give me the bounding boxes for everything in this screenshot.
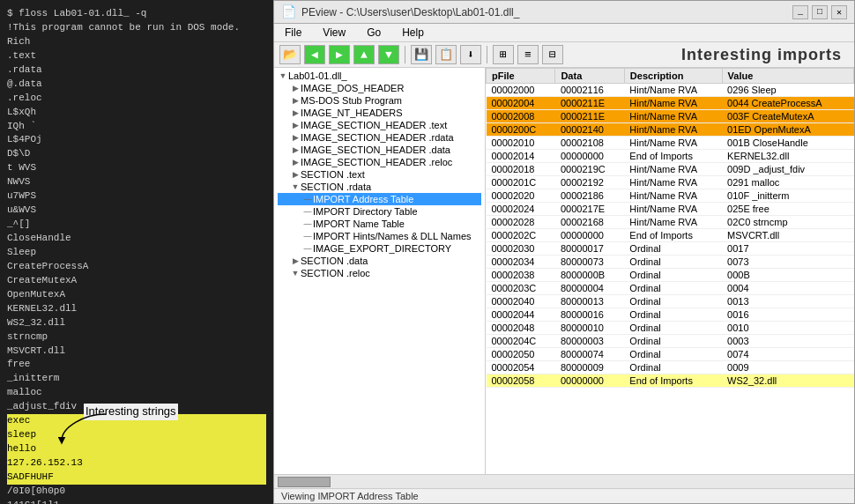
menu-view[interactable]: View xyxy=(319,26,349,40)
toolbar-down-button[interactable]: ▼ xyxy=(378,45,399,64)
restore-button[interactable]: □ xyxy=(812,5,828,19)
tree-item[interactable]: ▶IMAGE_SECTION_HEADER .rdata xyxy=(278,131,481,144)
cell-pfile: 0000203C xyxy=(487,282,555,295)
toolbar-up-button[interactable]: ▲ xyxy=(353,45,375,64)
toolbar-grid1-button[interactable]: ⊞ xyxy=(493,45,514,64)
table-row[interactable]: 0000204080000013Ordinal0013 xyxy=(487,295,854,308)
table-row[interactable]: 0000202000002186Hint/Name RVA010F _initt… xyxy=(487,189,854,203)
tree-item[interactable]: —IMAGE_EXPORT_DIRECTORY xyxy=(278,242,481,255)
table-header-row: pFile Data Description Value xyxy=(487,69,854,84)
table-row[interactable]: 000020388000000BOrdinal000B xyxy=(487,269,854,282)
tree-item[interactable]: —IMPORT Address Table xyxy=(278,193,481,205)
terminal-line: Sleep xyxy=(7,246,266,260)
terminal-line: hello xyxy=(7,442,266,456)
tree-item[interactable]: ▶IMAGE_SECTION_HEADER .reloc xyxy=(278,156,481,168)
tree-item[interactable]: —IMPORT Hints/Names & DLL Names xyxy=(278,230,481,242)
cell-value: 003F CreateMutexA xyxy=(722,110,853,123)
table-row[interactable]: 0000203480000073Ordinal0073 xyxy=(487,256,854,269)
terminal-line: !This program cannot be run in DOS mode. xyxy=(7,21,266,35)
cell-description: Hint/Name RVA xyxy=(624,137,722,150)
table-row[interactable]: 0000201C00002192Hint/Name RVA0291 malloc xyxy=(487,176,854,189)
tree-item[interactable]: ▶IMAGE_SECTION_HEADER .data xyxy=(278,144,481,156)
table-row[interactable]: 0000202800002168Hint/Name RVA02C0 strncm… xyxy=(487,216,854,229)
cell-data: 80000074 xyxy=(555,348,624,361)
cell-data: 80000073 xyxy=(555,256,624,269)
close-button[interactable]: ✕ xyxy=(831,5,847,19)
horizontal-scrollbar[interactable] xyxy=(274,474,854,488)
tree-expand-icon: ▼ xyxy=(290,182,301,191)
table-row[interactable]: 0000200000002116Hint/Name RVA0296 Sleep xyxy=(487,84,854,97)
toolbar-grid3-button[interactable]: ⊟ xyxy=(542,45,563,64)
cell-description: End of Imports xyxy=(624,150,722,163)
tree-item-label: IMPORT Address Table xyxy=(313,194,413,204)
tree-item-label: SECTION .rdata xyxy=(301,182,371,192)
table-row[interactable]: 000020080000211EHint/Name RVA003F Create… xyxy=(487,110,854,123)
cell-data: 80000004 xyxy=(555,282,624,295)
toolbar-grid2-button[interactable]: ≡ xyxy=(517,45,539,64)
cell-value: WS2_32.dll xyxy=(722,374,853,388)
cell-pfile: 00002000 xyxy=(487,84,555,97)
tree-item[interactable]: ▶IMAGE_DOS_HEADER xyxy=(278,82,481,94)
table-row[interactable]: 0000200C00002140Hint/Name RVA01ED OpenMu… xyxy=(487,123,854,137)
cell-description: End of Imports xyxy=(624,374,722,388)
cell-pfile: 00002024 xyxy=(487,203,555,216)
cell-data: 00002116 xyxy=(555,84,624,97)
tree-expand-icon: ▶ xyxy=(290,133,301,142)
table-panel[interactable]: pFile Data Description Value 00002000000… xyxy=(486,68,854,474)
tree-expand-icon: — xyxy=(302,207,313,216)
tree-item-label: IMAGE_SECTION_HEADER .reloc xyxy=(301,157,452,167)
tree-expand-icon: ▶ xyxy=(290,170,301,179)
cell-description: Ordinal xyxy=(624,256,722,269)
tree-item[interactable]: —IMPORT Directory Table xyxy=(278,205,481,218)
terminal-line: SADFHUHF xyxy=(7,471,266,485)
tree-expand-icon: ▼ xyxy=(290,269,301,278)
table-row[interactable]: 000020040000211EHint/Name RVA0044 Create… xyxy=(487,97,854,110)
table-row[interactable]: 0000204480000016Ordinal0016 xyxy=(487,308,854,322)
col-description: Description xyxy=(624,69,722,84)
toolbar-save2-button[interactable]: 📋 xyxy=(435,45,457,64)
cell-description: Hint/Name RVA xyxy=(624,203,722,216)
toolbar-open-button[interactable]: 📂 xyxy=(279,45,301,64)
toolbar-save1-button[interactable]: 💾 xyxy=(411,45,432,64)
table-row[interactable]: 0000201400000000End of ImportsKERNEL32.d… xyxy=(487,150,854,163)
table-row[interactable]: 0000205480000009Ordinal0009 xyxy=(487,361,854,374)
menu-go[interactable]: Go xyxy=(363,26,384,40)
table-row[interactable]: 0000203080000017Ordinal0017 xyxy=(487,242,854,256)
toolbar-forward-button[interactable]: ▶ xyxy=(329,45,350,64)
cell-value: 02C0 strncmp xyxy=(722,216,853,229)
cell-data: 80000009 xyxy=(555,361,624,374)
table-row[interactable]: 0000202C00000000End of ImportsMSVCRT.dll xyxy=(487,229,854,242)
tree-item[interactable]: ▶SECTION .text xyxy=(278,168,481,181)
minimize-button[interactable]: _ xyxy=(792,5,808,19)
cell-description: Ordinal xyxy=(624,308,722,322)
tree-item[interactable]: ▶IMAGE_NT_HEADERS xyxy=(278,107,481,119)
menu-file[interactable]: File xyxy=(281,26,305,40)
tree-item[interactable]: ▼SECTION .rdata xyxy=(278,181,481,193)
scroll-thumb[interactable] xyxy=(278,477,331,487)
tree-item-root[interactable]: ▼ Lab01-01.dll_ xyxy=(278,70,481,82)
table-row[interactable]: 0000201000002108Hint/Name RVA001B CloseH… xyxy=(487,137,854,150)
tree-expand-icon: ▶ xyxy=(290,158,301,167)
tree-item[interactable]: —IMPORT Name Table xyxy=(278,218,481,230)
toolbar-back-button[interactable]: ◀ xyxy=(304,45,325,64)
terminal-line: strncmp xyxy=(7,330,266,345)
toolbar-download-button[interactable]: ⬇ xyxy=(460,45,481,64)
terminal-line: t WVS xyxy=(7,161,266,175)
table-row[interactable]: 0000204C80000003Ordinal0003 xyxy=(487,335,854,348)
tree-item[interactable]: ▶MS-DOS Stub Program xyxy=(278,94,481,107)
table-row[interactable]: 0000203C80000004Ordinal0004 xyxy=(487,282,854,295)
tree-item[interactable]: ▶IMAGE_SECTION_HEADER .text xyxy=(278,119,481,131)
cell-pfile: 00002014 xyxy=(487,150,555,163)
table-row[interactable]: 000020180000219CHint/Name RVA009D _adjus… xyxy=(487,163,854,176)
table-row[interactable]: 0000204880000010Ordinal0010 xyxy=(487,322,854,335)
table-row[interactable]: 0000205800000000End of ImportsWS2_32.dll xyxy=(487,374,854,388)
tree-panel[interactable]: ▼ Lab01-01.dll_ ▶IMAGE_DOS_HEADER▶MS-DOS… xyxy=(274,68,486,474)
tree-item-label: IMAGE_SECTION_HEADER .data xyxy=(301,145,450,155)
tree-item[interactable]: ▶SECTION .data xyxy=(278,255,481,267)
menu-help[interactable]: Help xyxy=(398,26,428,40)
window-controls[interactable]: _ □ ✕ xyxy=(792,5,847,19)
tree-item[interactable]: ▼SECTION .reloc xyxy=(278,267,481,279)
tree-item-label: IMAGE_EXPORT_DIRECTORY xyxy=(313,243,451,254)
table-row[interactable]: 0000205080000074Ordinal0074 xyxy=(487,348,854,361)
table-row[interactable]: 000020240000217EHint/Name RVA025E free xyxy=(487,203,854,216)
